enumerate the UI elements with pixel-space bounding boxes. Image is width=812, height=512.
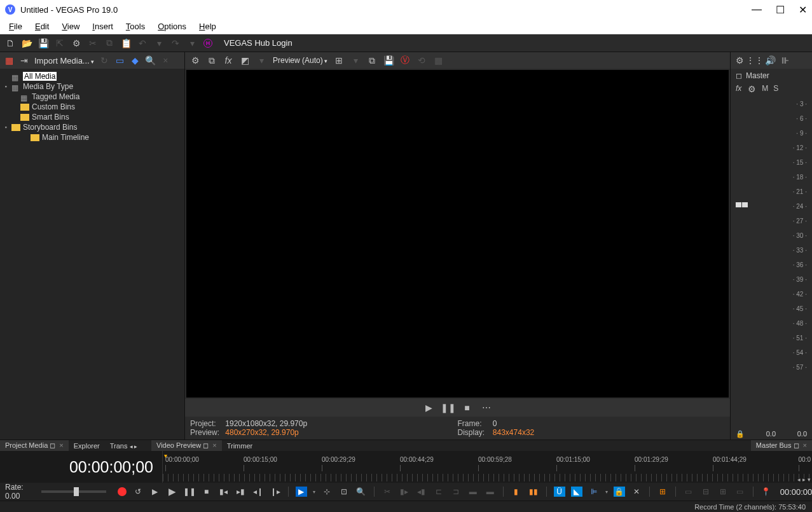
color-tool[interactable]: ⊞ [657, 487, 668, 497]
track-tool-a[interactable]: ▭ [683, 487, 694, 497]
import-media-button[interactable]: Import Media... [34, 56, 94, 66]
import-media-type-icon[interactable]: ⇥ [19, 55, 29, 66]
preview-copy-icon[interactable]: ⧉ [367, 55, 377, 66]
tree-main-timeline[interactable]: Main Timeline [1, 132, 183, 142]
tool-a[interactable]: ⊏ [433, 487, 444, 497]
hub-login-button[interactable]: VEGAS Hub Login [224, 38, 292, 48]
tab-close-icon[interactable]: × [803, 441, 807, 449]
master-output-icon[interactable]: ◻ [736, 71, 742, 80]
master-mute-button[interactable]: M [762, 84, 768, 94]
pause-button[interactable]: ❚❚ [184, 487, 195, 497]
envelope-tool[interactable]: ⊡ [338, 487, 350, 497]
preview-play-icon[interactable]: ▶ [424, 403, 434, 413]
master-downmix-icon[interactable]: 🔊 [765, 55, 775, 66]
track-tool-c[interactable]: ⊞ [717, 487, 729, 497]
preview-pause-icon[interactable]: ❚❚ [443, 403, 453, 413]
preview-save-icon[interactable]: 💾 [383, 55, 394, 66]
media-properties-icon[interactable]: ◆ [130, 55, 140, 66]
open-icon[interactable]: 📂 [22, 38, 32, 48]
tree-all-media[interactable]: ▦All Media [1, 71, 183, 81]
pin-icon[interactable]: 📍 [760, 487, 772, 497]
preview-split-icon[interactable]: ◩ [240, 55, 250, 66]
auto-ripple-button[interactable]: ⊫ [588, 487, 600, 497]
preview-split-dropdown-icon[interactable]: ▾ [256, 55, 266, 66]
save-icon[interactable]: 💾 [38, 38, 48, 48]
preview-stop-icon[interactable]: ■ [462, 403, 472, 413]
redo-dropdown-icon[interactable]: ▾ [187, 38, 197, 48]
track-tool-b[interactable]: ⊟ [700, 487, 712, 497]
cut-icon[interactable]: ✂ [88, 38, 98, 48]
lock-icon[interactable]: 🔒 [736, 430, 745, 438]
menu-edit[interactable]: Edit [29, 20, 55, 32]
properties-icon[interactable]: ⚙ [71, 38, 81, 48]
go-end-button[interactable]: ▸▮ [235, 487, 247, 497]
tab-video-preview[interactable]: Video Preview ◻× [151, 440, 222, 451]
tab-explorer[interactable]: Explorer [69, 441, 105, 451]
tab-undock-icon[interactable]: ◻ [50, 441, 55, 449]
loop-button[interactable]: ↺ [132, 487, 144, 497]
tab-master-bus[interactable]: Master Bus ◻× [751, 440, 812, 451]
remove-media-icon[interactable]: ▦ [4, 55, 14, 66]
preview-quality-dropdown[interactable]: Preview (Auto) [273, 56, 327, 65]
tree-media-by-type[interactable]: ▪▦Media By Type [1, 81, 183, 92]
lock-envelopes-button[interactable]: 🔒 [614, 487, 625, 497]
media-refresh-icon[interactable]: ↻ [99, 55, 109, 66]
normal-edit-tool[interactable]: ▶ [296, 487, 307, 497]
tree-tagged-media[interactable]: ▦Tagged Media [1, 92, 183, 102]
tool-d[interactable]: ▬ [485, 487, 496, 497]
trim-start-tool[interactable]: ▮▸ [399, 487, 410, 497]
next-frame-button[interactable]: ❙▸ [270, 487, 281, 497]
paste-icon[interactable]: 📋 [121, 38, 131, 48]
snap-button[interactable]: Ü [554, 487, 565, 497]
region-tool[interactable]: ▮▮ [528, 487, 539, 497]
stop-button[interactable]: ■ [201, 487, 212, 497]
copy-icon[interactable]: ⧉ [104, 38, 114, 48]
trim-end-tool[interactable]: ◂▮ [416, 487, 427, 497]
master-automation-icon[interactable]: ⚙ [747, 84, 757, 94]
preview-adjust-icon[interactable]: ⟲ [416, 55, 427, 66]
tab-undock-icon[interactable]: ◻ [794, 441, 799, 449]
tab-undock-icon[interactable]: ◻ [203, 441, 209, 449]
auto-crossfade-button[interactable]: ✕ [631, 487, 642, 497]
selection-tool[interactable]: ⊹ [321, 487, 333, 497]
preview-scope-icon[interactable]: Ⓥ [400, 55, 410, 66]
menu-view[interactable]: View [55, 20, 86, 32]
master-settings-icon[interactable]: ⚙ [734, 55, 745, 66]
cursor-timecode[interactable]: 00:00:00;00 [778, 487, 812, 497]
redo-icon[interactable]: ↷ [170, 38, 181, 48]
preview-more-icon[interactable]: ⋯ [481, 403, 492, 413]
tab-project-media[interactable]: Project Media ◻× [0, 440, 69, 451]
menu-help[interactable]: Help [193, 20, 223, 32]
ruler-nav-right-icon[interactable]: ▸ [802, 476, 806, 483]
preview-external-icon[interactable]: ⧉ [207, 55, 217, 66]
tool-c[interactable]: ▬ [467, 487, 479, 497]
undo-icon[interactable]: ↶ [137, 38, 148, 48]
tree-storyboard-bins[interactable]: ▪Storyboard Bins [1, 122, 183, 132]
preview-properties-icon[interactable]: ⚙ [190, 55, 200, 66]
quantize-button[interactable]: ◣ [571, 487, 582, 497]
preview-overlay-dropdown-icon[interactable]: ▾ [350, 55, 361, 66]
preview-overlay-icon[interactable]: ⊞ [334, 55, 344, 66]
master-fader[interactable] [736, 202, 748, 207]
menu-file[interactable]: File [3, 20, 29, 32]
render-icon[interactable]: ⇱ [55, 38, 65, 48]
master-dim-icon[interactable]: ⋮⋮ [750, 55, 760, 66]
zoom-tool[interactable]: 🔍 [355, 487, 367, 497]
ruler-nav-left-icon[interactable]: ◂ [797, 476, 801, 483]
ruler-nav-down-icon[interactable]: ▾ [808, 476, 811, 483]
tool-b[interactable]: ⊐ [450, 487, 462, 497]
tree-custom-bins[interactable]: Custom Bins [1, 102, 183, 112]
play-button[interactable]: ▶ [167, 487, 178, 497]
preview-fx-icon[interactable]: fx [223, 55, 233, 66]
rate-slider[interactable] [41, 490, 106, 493]
timeline-timecode[interactable]: 00:00:00;00 [0, 451, 162, 483]
close-icon[interactable]: ✕ [799, 4, 807, 16]
media-fx-icon[interactable]: ▭ [114, 55, 125, 66]
media-search-icon[interactable]: 🔍 [145, 55, 155, 66]
tree-smart-bins[interactable]: Smart Bins [1, 112, 183, 122]
minimize-icon[interactable]: — [752, 4, 762, 16]
play-start-button[interactable]: ▶ [149, 487, 161, 497]
master-solo-button[interactable]: S [773, 84, 778, 94]
master-sliders-icon[interactable]: ⊪ [780, 55, 790, 66]
tab-transitions[interactable]: Trans ◂ ▸ [105, 441, 142, 451]
